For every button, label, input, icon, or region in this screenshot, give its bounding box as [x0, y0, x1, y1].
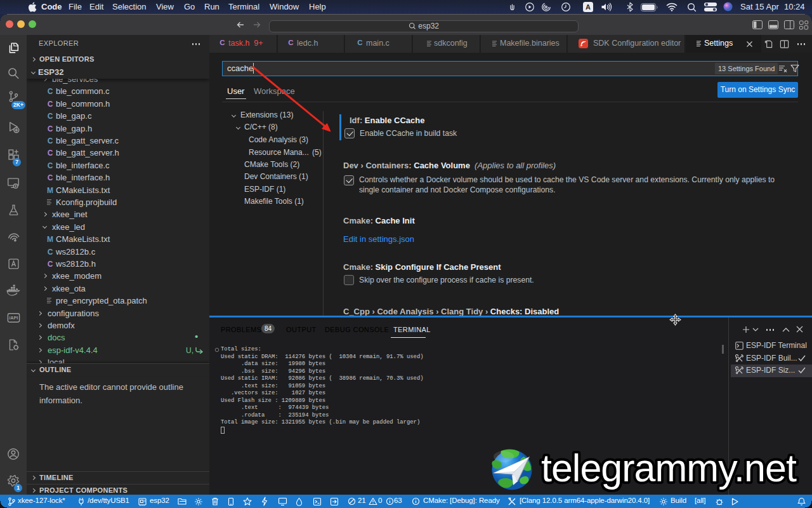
svg-text:/API: /API: [9, 316, 18, 321]
svg-text:telegrammy.net: telegrammy.net: [541, 446, 797, 490]
